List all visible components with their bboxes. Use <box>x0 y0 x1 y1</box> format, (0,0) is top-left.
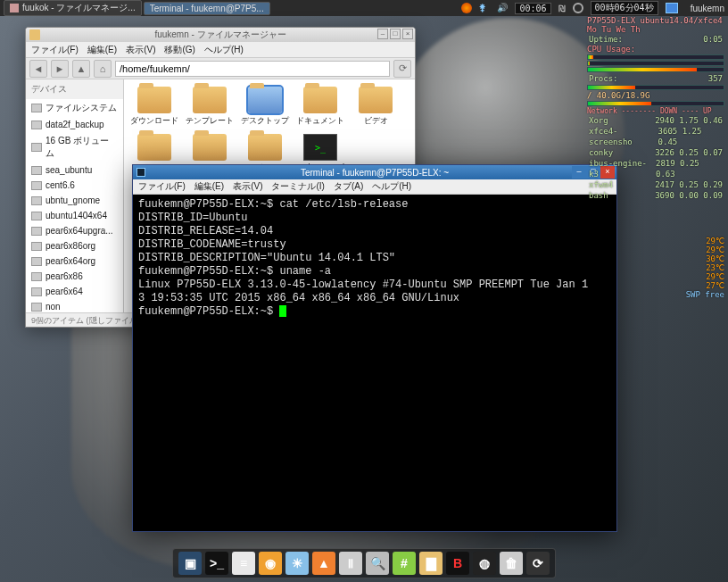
conky-uptime: 0:05 <box>703 34 723 45</box>
sidebar-item-label: ubuntu1404x64 <box>46 211 107 220</box>
menu-help[interactable]: ヘルプ(H) <box>372 180 411 193</box>
dock-item-app-editor[interactable]: ≡ <box>232 552 255 575</box>
menu-file[interactable]: ファイル(F) <box>31 44 79 56</box>
up-button[interactable]: ▲ <box>72 60 90 78</box>
sidebar-item-label: 16 GB ボリューム <box>46 135 118 160</box>
dock-item-app-browser[interactable]: ◉ <box>259 552 282 575</box>
menu-view[interactable]: 表示(V) <box>233 180 262 193</box>
dock-item-app-hash[interactable]: # <box>393 552 416 575</box>
sidebar-item[interactable]: ubntu_gnome <box>26 193 123 208</box>
menu-help[interactable]: ヘルプ(H) <box>204 44 244 56</box>
home-button[interactable]: ⌂ <box>94 60 112 78</box>
file-label: ドキュメント <box>295 115 345 127</box>
maximize-button[interactable]: □ <box>390 29 401 39</box>
folder-icon <box>137 87 171 113</box>
menu-edit[interactable]: 編集(E) <box>194 180 224 193</box>
menu-file[interactable]: ファイル(F) <box>138 180 186 193</box>
sidebar-header: デバイス <box>26 79 123 99</box>
system-tray: ⚵ 🔊 00:06 ₪ 00時06分04秒 fuukemn <box>461 1 724 15</box>
settings-icon[interactable] <box>573 3 583 13</box>
term-titlebar[interactable]: Terminal - fuukemn@P7P55D-ELX: ~ – □ × <box>133 165 616 179</box>
sidebar-item[interactable]: pear6x86 <box>26 269 123 284</box>
folder-icon <box>193 134 227 161</box>
fm-titlebar[interactable]: fuukemn - ファイルマネージャー – □ × <box>26 28 415 42</box>
taskbar-item-terminal[interactable]: Terminal - fuukemn@P7P5... <box>144 2 270 15</box>
menu-tabs[interactable]: タブ(A) <box>334 180 363 193</box>
drive-icon <box>31 242 42 251</box>
drive-icon <box>31 287 42 296</box>
drive-icon <box>31 196 42 205</box>
cpu-bar-2 <box>587 61 724 66</box>
dock-item-app-refresh[interactable]: ⟳ <box>526 552 550 575</box>
conky-overlay: P7P55D-ELX ubuntu14.04/xfce4 Mo Tu We Th… <box>587 16 724 299</box>
script-icon: >_ <box>303 134 337 161</box>
dock-item-app-search[interactable]: 🔍 <box>366 552 389 575</box>
folder-icon <box>303 87 337 113</box>
taskbar-item-filemanager[interactable]: fuukok - ファイルマネージ... <box>4 0 142 16</box>
dock-item-app-obs[interactable]: ◍ <box>473 552 496 575</box>
fm-sidebar: デバイス ファイルシステムdata2f_backup16 GB ボリュームsea… <box>26 79 124 312</box>
sidebar-item[interactable]: ファイルシステム <box>26 99 123 117</box>
file-label: デスクトップ <box>240 115 290 127</box>
clock-small[interactable]: 00:06 <box>515 3 550 14</box>
fm-menubar: ファイル(F) 編集(E) 表示(V) 移動(G) ヘルプ(H) <box>26 42 415 58</box>
sidebar-item[interactable]: non <box>26 299 123 312</box>
file-item[interactable]: テンプレート <box>183 85 236 129</box>
sidebar-item[interactable]: pear6x64 <box>26 284 123 299</box>
sidebar-item[interactable]: 16 GB ボリューム <box>26 132 123 162</box>
terminal-output[interactable]: fuukemn@P7P55D-ELX:~$ cat /etc/lsb-relea… <box>133 195 616 531</box>
close-button[interactable]: × <box>402 29 413 39</box>
bluetooth-icon[interactable]: ⚵ <box>479 3 490 13</box>
folder-icon <box>10 4 19 12</box>
dock-item-app-ab[interactable]: B <box>446 552 469 575</box>
workspace-icon[interactable] <box>666 3 678 13</box>
conky-temp: 29℃ <box>587 245 724 254</box>
dock-item-app-weather[interactable]: ☀ <box>285 552 309 575</box>
sidebar-item[interactable]: pear6x64org <box>26 254 123 269</box>
sidebar-item[interactable]: sea_ubuntu <box>26 162 123 178</box>
back-button[interactable]: ◄ <box>29 60 47 78</box>
drive-icon <box>31 212 42 220</box>
minimize-button[interactable]: – <box>377 29 388 39</box>
file-item[interactable]: ドキュメント <box>294 85 347 129</box>
file-label: ダウンロード <box>129 115 179 127</box>
conky-proc-row: Xorg2940 1.75 0.46 <box>587 115 724 126</box>
sidebar-item[interactable]: pear6x64upgra... <box>26 223 123 238</box>
conky-proc-row: bash3690 0.00 0.09 <box>587 190 724 201</box>
file-item[interactable]: ビデオ <box>349 85 402 129</box>
sidebar-item[interactable]: ubuntu1404x64 <box>26 208 123 223</box>
sidebar-item[interactable]: data2f_backup <box>26 117 123 132</box>
sidebar-item[interactable]: cent6.6 <box>26 178 123 193</box>
dock-item-app-files[interactable]: ▇ <box>419 552 443 575</box>
conky-fs: / 40.0G/18.9G <box>587 91 724 100</box>
notification-icon[interactable] <box>461 3 472 13</box>
minimize-button[interactable]: – <box>572 166 586 179</box>
dock-item-app-mixer[interactable]: ⫴ <box>339 552 362 575</box>
sidebar-item[interactable]: pear6x86org <box>26 238 123 254</box>
dock-item-app-monitor[interactable]: ▣ <box>178 552 202 575</box>
dock-item-app-vlc[interactable]: ▲ <box>312 552 335 575</box>
conky-proc-row: conky3226 0.25 0.07 <box>587 147 724 158</box>
volume-icon[interactable]: 🔊 <box>497 3 508 13</box>
conky-temp: 29℃ <box>587 272 724 281</box>
dock-item-app-trash[interactable]: 🗑 <box>500 552 523 575</box>
folder-icon <box>248 87 282 113</box>
forward-button[interactable]: ► <box>51 60 69 78</box>
refresh-button[interactable]: ⟳ <box>393 60 411 78</box>
sidebar-item-label: pear6x64upgra... <box>46 226 113 236</box>
path-input[interactable] <box>115 61 390 77</box>
drive-icon <box>31 181 42 190</box>
conky-temp: 27℃ <box>587 281 724 290</box>
menu-edit[interactable]: 編集(E) <box>87 44 117 56</box>
clock-large[interactable]: 00時06分04秒 <box>591 1 658 15</box>
menu-view[interactable]: 表示(V) <box>126 44 155 56</box>
file-item[interactable]: ダウンロード <box>128 85 181 129</box>
menu-go[interactable]: 移動(G) <box>164 44 194 56</box>
folder-icon <box>193 87 227 113</box>
dock-item-app-terminal[interactable]: >_ <box>205 552 228 575</box>
indicator-icon[interactable]: ₪ <box>558 4 566 13</box>
drive-icon <box>31 303 42 312</box>
file-item[interactable]: デスクトップ <box>238 85 292 129</box>
menu-terminal[interactable]: ターミナル(I) <box>271 180 324 193</box>
user-label[interactable]: fuukemn <box>691 4 724 13</box>
